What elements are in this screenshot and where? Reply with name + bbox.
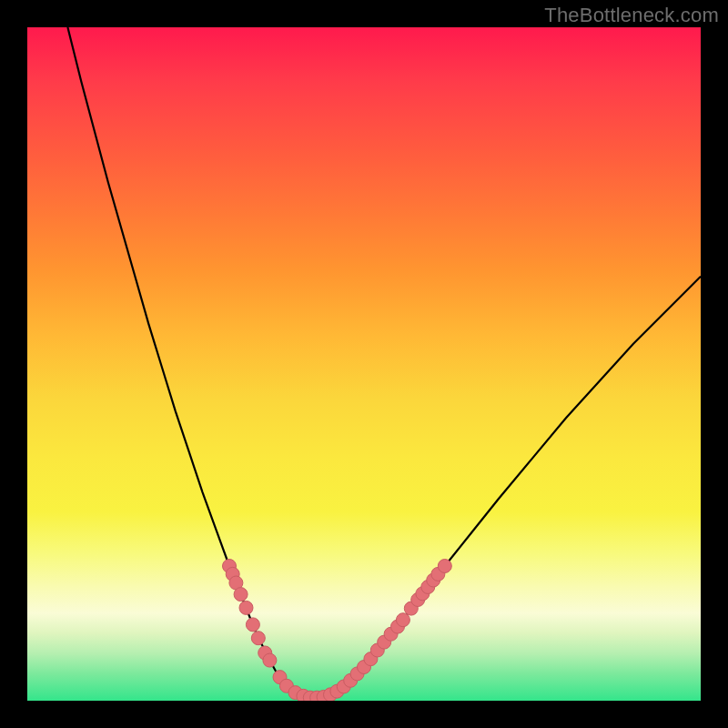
- outer-frame: TheBottleneck.com: [0, 0, 728, 728]
- marker-dot: [251, 632, 265, 645]
- watermark-text: TheBottleneck.com: [544, 4, 719, 27]
- marker-dot: [438, 560, 451, 573]
- marker-dot: [263, 653, 277, 667]
- marker-dot: [234, 588, 248, 602]
- marker-dot: [239, 601, 253, 614]
- bottleneck-curve: [67, 27, 701, 698]
- marker-dot: [246, 618, 259, 632]
- marker-dots: [223, 560, 452, 702]
- curve-layer: [27, 27, 701, 701]
- plot-area: [27, 27, 701, 701]
- marker-dot: [396, 613, 410, 627]
